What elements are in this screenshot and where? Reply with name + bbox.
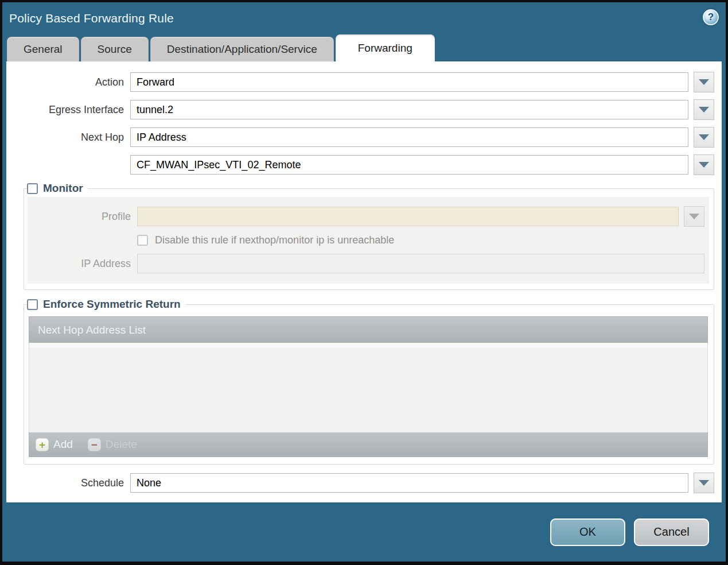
egress-interface-dropdown-button[interactable] <box>694 99 714 120</box>
chevron-down-icon <box>699 162 709 168</box>
chevron-down-icon <box>699 480 709 486</box>
minus-icon: − <box>88 438 101 451</box>
monitor-ip-address-row: IP Address <box>28 254 704 273</box>
schedule-value: None <box>137 477 161 489</box>
delete-button-label: Delete <box>106 438 137 451</box>
chevron-down-icon <box>699 134 709 140</box>
table-toolbar: + Add − Delete <box>29 432 708 457</box>
egress-interface-select[interactable]: tunnel.2 <box>130 100 688 119</box>
enforce-symmetric-return-checkbox[interactable] <box>27 299 38 310</box>
delete-button: − Delete <box>88 438 137 451</box>
next-hop-address-list-header: Next Hop Address List <box>29 316 708 343</box>
disable-rule-checkbox <box>137 235 148 246</box>
symmetric-return-legend-label: Enforce Symmetric Return <box>43 298 181 311</box>
chevron-down-icon <box>689 214 699 219</box>
schedule-select[interactable]: None <box>130 473 688 493</box>
monitor-legend-label: Monitor <box>43 182 83 195</box>
monitor-legend: Monitor <box>27 182 88 195</box>
action-value: Forward <box>137 76 174 88</box>
egress-interface-label: Egress Interface <box>24 104 125 116</box>
monitor-profile-label: Profile <box>28 211 132 223</box>
monitor-panel: Profile Disable this rule if nexthop/mon… <box>28 197 709 284</box>
egress-interface-value: tunnel.2 <box>137 104 173 116</box>
monitor-section: Monitor Profile Disable this rul <box>24 182 714 290</box>
cancel-button[interactable]: Cancel <box>634 518 709 546</box>
egress-interface-row: Egress Interface tunnel.2 <box>24 99 714 120</box>
monitor-profile-select <box>137 207 679 226</box>
monitor-ip-address-input <box>137 254 704 273</box>
dialog-footer: OK Cancel <box>2 502 726 562</box>
monitor-profile-row: Profile <box>28 206 704 227</box>
action-select[interactable]: Forward <box>130 72 688 92</box>
next-hop-address-row: CF_MWAN_IPsec_VTI_02_Remote <box>24 154 714 175</box>
next-hop-row: Next Hop IP Address <box>24 127 714 148</box>
empty-row <box>29 343 707 348</box>
schedule-row: Schedule None <box>24 473 714 493</box>
next-hop-address-table: Next Hop Address List + Add − Delete <box>29 316 708 457</box>
monitor-ip-address-label: IP Address <box>28 258 132 270</box>
symmetric-return-legend: Enforce Symmetric Return <box>27 298 185 311</box>
schedule-dropdown-button[interactable] <box>694 473 714 493</box>
tab-general[interactable]: General <box>7 37 79 61</box>
forwarding-tab-panel: Action Forward Egress Interface tunnel.2… <box>6 61 722 502</box>
tab-bar: General Source Destination/Application/S… <box>2 34 726 61</box>
next-hop-address-dropdown-button[interactable] <box>694 154 714 175</box>
next-hop-address-list-body[interactable] <box>29 343 708 432</box>
disable-rule-label: Disable this rule if nexthop/monitor ip … <box>155 234 394 246</box>
next-hop-address-value: CF_MWAN_IPsec_VTI_02_Remote <box>137 159 301 171</box>
next-hop-dropdown-button[interactable] <box>694 127 714 148</box>
plus-icon: + <box>36 438 49 451</box>
help-icon[interactable]: ? <box>703 9 719 25</box>
chevron-down-icon <box>699 107 709 113</box>
monitor-profile-dropdown-button <box>684 206 704 227</box>
tab-source[interactable]: Source <box>81 37 149 61</box>
ok-button[interactable]: OK <box>550 518 625 546</box>
tab-forwarding[interactable]: Forwarding <box>336 34 435 61</box>
action-row: Action Forward <box>24 72 714 92</box>
next-hop-type-select[interactable]: IP Address <box>130 127 688 147</box>
symmetric-return-section: Enforce Symmetric Return Next Hop Addres… <box>24 298 714 465</box>
next-hop-type-value: IP Address <box>137 131 186 144</box>
monitor-disable-row: Disable this rule if nexthop/monitor ip … <box>28 234 704 246</box>
next-hop-label: Next Hop <box>24 131 125 144</box>
action-dropdown-button[interactable] <box>694 72 714 92</box>
monitor-checkbox[interactable] <box>27 183 38 194</box>
action-label: Action <box>24 76 125 88</box>
schedule-label: Schedule <box>24 477 125 489</box>
next-hop-address-select[interactable]: CF_MWAN_IPsec_VTI_02_Remote <box>130 155 688 175</box>
add-button-label: Add <box>53 438 73 451</box>
tab-destination-application-service[interactable]: Destination/Application/Service <box>150 37 334 61</box>
policy-based-forwarding-rule-dialog: Policy Based Forwarding Rule ? General S… <box>0 0 728 565</box>
add-button[interactable]: + Add <box>36 438 73 451</box>
dialog-titlebar: Policy Based Forwarding Rule ? <box>2 2 726 34</box>
chevron-down-icon <box>699 79 709 85</box>
dialog-title: Policy Based Forwarding Rule <box>9 11 174 25</box>
